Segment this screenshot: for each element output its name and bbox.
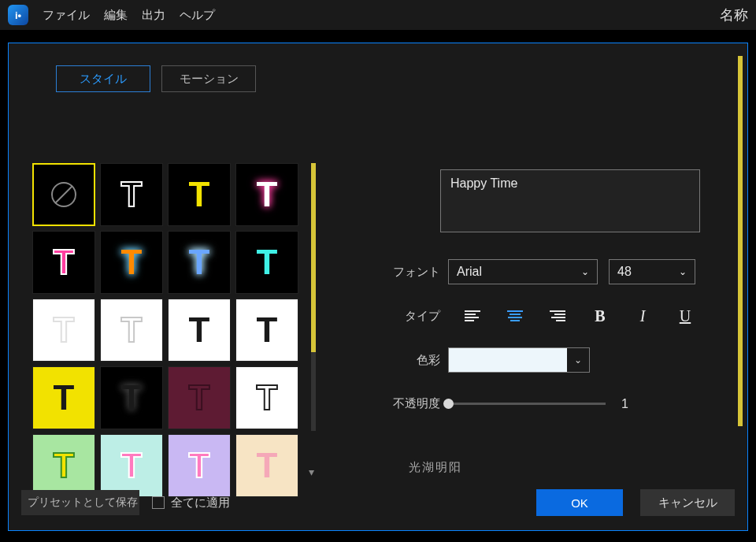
- label-type: タイプ: [379, 309, 440, 324]
- chevron-down-icon: ⌄: [567, 348, 589, 372]
- bottom-bar: プリセットとして保存 全てに適用 OK キャンセル: [21, 489, 735, 516]
- style-preset-14[interactable]: T: [168, 366, 231, 429]
- style-preset-3[interactable]: T: [235, 163, 298, 226]
- style-preset-6[interactable]: T: [168, 231, 231, 294]
- font-size-select[interactable]: 48 ⌄: [609, 259, 695, 284]
- caption-text-input[interactable]: Happy Time: [440, 169, 700, 232]
- style-preset-15[interactable]: T: [235, 366, 298, 429]
- app-logo-icon: i•: [8, 5, 28, 25]
- align-left-icon[interactable]: [462, 308, 483, 324]
- panel-scrollbar[interactable]: [738, 56, 743, 497]
- apply-all-label: 全てに適用: [171, 496, 230, 510]
- color-swatch: [449, 348, 567, 372]
- scroll-down-icon[interactable]: ▾: [309, 466, 314, 478]
- menu-edit[interactable]: 編集: [104, 8, 128, 23]
- text-style-panel: スタイル モーション TTTTTTTTTTTTTTTTTTT ▾ Happy T…: [8, 43, 748, 531]
- label-letter-spacing: 光湖明阳: [409, 460, 462, 475]
- style-preset-9[interactable]: T: [100, 299, 163, 362]
- style-preset-11[interactable]: T: [235, 299, 298, 362]
- style-preset-16[interactable]: T: [32, 434, 95, 497]
- opacity-value: 1: [621, 397, 628, 411]
- label-font: フォント: [379, 265, 440, 280]
- style-preset-19[interactable]: T: [235, 434, 298, 497]
- chevron-down-icon: ⌄: [679, 266, 687, 277]
- style-preset-17[interactable]: T: [100, 434, 163, 497]
- window-title: 名称: [720, 6, 748, 24]
- panel-tabs: スタイル モーション: [56, 65, 747, 92]
- style-preset-grid: TTTTTTTTTTTTTTTTTTT: [32, 163, 308, 497]
- align-center-icon[interactable]: [505, 308, 525, 324]
- cancel-button[interactable]: キャンセル: [640, 489, 735, 516]
- apply-all-checkbox[interactable]: [152, 496, 165, 509]
- style-preset-4[interactable]: T: [32, 231, 95, 294]
- slider-knob[interactable]: [443, 399, 454, 409]
- italic-icon[interactable]: I: [632, 308, 653, 324]
- preset-scrollbar-thumb[interactable]: [311, 163, 316, 352]
- properties-column: Happy Time フォント Arial ⌄ 48 ⌄ タイプ B: [379, 169, 717, 411]
- menu-output[interactable]: 出力: [142, 8, 165, 23]
- chevron-down-icon: ⌄: [581, 266, 589, 277]
- style-preset-0[interactable]: [32, 163, 95, 226]
- style-preset-12[interactable]: T: [32, 366, 95, 429]
- menu-file[interactable]: ファイル: [43, 8, 90, 23]
- menu-help[interactable]: ヘルプ: [180, 8, 215, 23]
- style-preset-7[interactable]: T: [235, 231, 298, 294]
- style-preset-2[interactable]: T: [168, 163, 231, 226]
- ok-button[interactable]: OK: [536, 489, 623, 516]
- color-select[interactable]: ⌄: [448, 347, 590, 373]
- style-preset-8[interactable]: T: [32, 299, 95, 362]
- save-preset-button[interactable]: プリセットとして保存: [21, 490, 139, 515]
- style-preset-5[interactable]: T: [100, 231, 163, 294]
- label-opacity: 不透明度: [379, 396, 440, 411]
- panel-scrollbar-thumb[interactable]: [738, 56, 743, 426]
- bold-icon[interactable]: B: [590, 308, 610, 324]
- style-preset-18[interactable]: T: [168, 434, 231, 497]
- opacity-slider[interactable]: [448, 403, 606, 405]
- align-right-icon[interactable]: [547, 308, 568, 324]
- font-size-value: 48: [617, 265, 632, 279]
- font-family-value: Arial: [457, 265, 482, 279]
- font-family-select[interactable]: Arial ⌄: [448, 259, 598, 284]
- label-color: 色彩: [379, 353, 440, 368]
- style-preset-13[interactable]: T: [100, 366, 163, 429]
- style-preset-1[interactable]: T: [100, 163, 163, 226]
- svg-line-1: [55, 186, 72, 203]
- tab-style[interactable]: スタイル: [56, 65, 150, 92]
- menu-bar: i• ファイル 編集 出力 ヘルプ 名称: [0, 0, 756, 30]
- preset-scrollbar[interactable]: ▾: [311, 163, 316, 431]
- underline-icon[interactable]: U: [675, 308, 695, 324]
- style-preset-10[interactable]: T: [168, 299, 231, 362]
- tab-motion[interactable]: モーション: [161, 65, 256, 92]
